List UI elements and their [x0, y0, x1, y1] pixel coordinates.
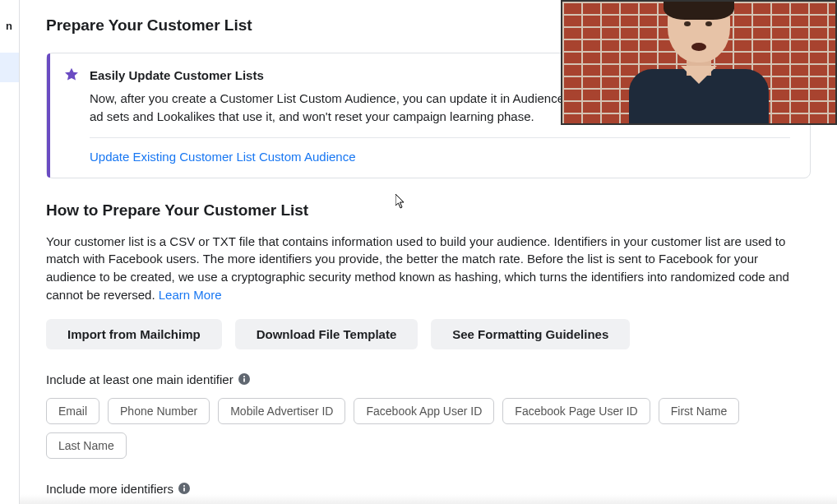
learn-more-link[interactable]: Learn More [159, 288, 222, 302]
chip-first-name[interactable]: First Name [659, 398, 739, 424]
info-card-divider [90, 137, 790, 138]
presenter-avatar [625, 0, 773, 125]
howto-description: Your customer list is a CSV or TXT file … [46, 233, 811, 304]
star-icon [63, 67, 80, 83]
sidebar-left: n [0, 0, 20, 504]
svg-point-5 [183, 485, 185, 487]
chip-phone-number[interactable]: Phone Number [108, 398, 210, 424]
chip-facebook-page-user-id[interactable]: Facebook Page User ID [502, 398, 650, 424]
see-formatting-button[interactable]: See Formatting Guidelines [431, 319, 630, 349]
presenter-video-overlay [561, 0, 837, 125]
info-icon[interactable] [178, 483, 190, 494]
more-identifier-label-text: Include more identifiers [46, 482, 173, 496]
main-identifier-label-text: Include at least one main identifier [46, 372, 234, 386]
howto-text: Your customer list is a CSV or TXT file … [46, 234, 789, 302]
main-identifier-label: Include at least one main identifier [46, 372, 811, 386]
info-card-title: Easily Update Customer Lists [90, 68, 264, 82]
import-mailchimp-button[interactable]: Import from Mailchimp [46, 319, 222, 349]
action-button-row: Import from Mailchimp Download File Temp… [46, 319, 811, 349]
info-icon[interactable] [238, 373, 250, 385]
chip-mobile-advertiser-id[interactable]: Mobile Advertiser ID [218, 398, 345, 424]
svg-rect-4 [183, 488, 185, 491]
howto-title: How to Prepare Your Customer List [46, 201, 811, 220]
chip-facebook-app-user-id[interactable]: Facebook App User ID [354, 398, 494, 424]
main-identifier-chips: Email Phone Number Mobile Advertiser ID … [46, 398, 811, 459]
sidebar-active-item[interactable] [0, 53, 19, 82]
update-existing-audience-link[interactable]: Update Existing Customer List Custom Aud… [90, 150, 356, 164]
sidebar-stub-label: n [6, 20, 12, 32]
chip-last-name[interactable]: Last Name [46, 432, 127, 459]
chip-email[interactable]: Email [46, 398, 99, 424]
download-template-button[interactable]: Download File Template [235, 319, 418, 349]
svg-point-2 [243, 376, 245, 377]
more-identifier-label: Include more identifiers [46, 482, 811, 496]
svg-rect-1 [243, 378, 245, 381]
